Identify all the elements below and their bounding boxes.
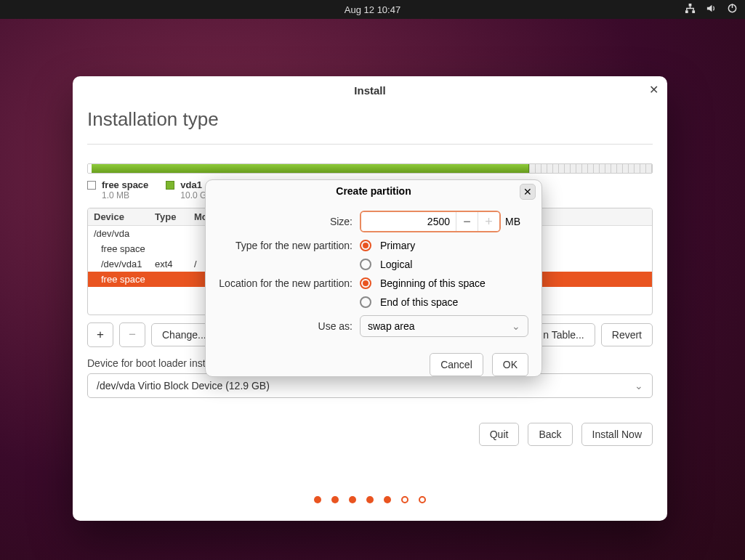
dot-icon xyxy=(314,496,321,503)
col-type: Type xyxy=(155,211,191,222)
size-label: Size: xyxy=(219,216,360,227)
radio-logical-label: Logical xyxy=(380,259,412,270)
dialog-title: Create partition ✕ xyxy=(206,180,541,202)
size-spinner: − + xyxy=(360,211,501,232)
revert-button[interactable]: Revert xyxy=(601,323,653,346)
swatch-icon xyxy=(166,181,174,190)
disk-seg-vda1 xyxy=(92,164,529,173)
legend-free-space: free space 1.0 MB xyxy=(87,179,148,200)
size-unit: MB xyxy=(505,216,520,227)
radio-primary-label: Primary xyxy=(380,240,415,251)
legend-size: 1.0 MB xyxy=(102,190,148,200)
volume-icon[interactable] xyxy=(706,3,717,16)
window-title: Install xyxy=(354,84,385,97)
boot-loader-select[interactable]: /dev/vda Virtio Block Device (12.9 GB) ⌄ xyxy=(87,373,653,398)
power-icon[interactable] xyxy=(727,3,738,16)
remove-partition-button[interactable]: − xyxy=(119,322,145,347)
add-partition-button[interactable]: + xyxy=(87,322,113,347)
chevron-down-icon: ⌄ xyxy=(635,380,643,391)
wizard-buttons: Quit Back Install Now xyxy=(87,423,653,446)
dot-icon xyxy=(384,496,391,503)
window-close-button[interactable]: ✕ xyxy=(649,83,659,97)
disk-seg-free2 xyxy=(529,164,652,173)
radio-end[interactable] xyxy=(360,296,371,308)
partition-type-label: Type for the new partition: xyxy=(219,240,360,251)
legend-name: free space xyxy=(102,179,148,190)
dialog-close-button[interactable]: ✕ xyxy=(520,184,536,200)
legend-name: vda1 xyxy=(180,179,206,190)
radio-logical[interactable] xyxy=(360,259,371,270)
dot-icon xyxy=(331,496,339,503)
network-icon[interactable] xyxy=(685,3,696,16)
svg-rect-4 xyxy=(732,4,733,8)
system-tray xyxy=(685,3,738,16)
radio-beginning[interactable] xyxy=(360,277,371,289)
svg-rect-2 xyxy=(692,10,695,13)
use-as-label: Use as: xyxy=(219,320,360,332)
size-decrement-button[interactable]: − xyxy=(456,212,478,231)
radio-end-label: End of this space xyxy=(380,296,458,308)
boot-loader-value: /dev/vda Virtio Block Device (12.9 GB) xyxy=(97,380,270,391)
dialog-cancel-button[interactable]: Cancel xyxy=(430,353,483,376)
dot-icon xyxy=(366,496,374,503)
use-as-select[interactable]: swap area ⌄ xyxy=(360,315,528,337)
back-button[interactable]: Back xyxy=(528,423,572,446)
use-as-value: swap area xyxy=(368,320,415,332)
partition-location-label: Location for the new partition: xyxy=(219,277,360,289)
radio-primary[interactable] xyxy=(360,240,371,251)
dot-icon xyxy=(401,496,408,503)
radio-beginning-label: Beginning of this space xyxy=(380,277,486,289)
dialog-ok-button[interactable]: OK xyxy=(492,353,528,376)
page-heading: Installation type xyxy=(87,108,653,131)
divider xyxy=(87,144,653,145)
col-device: Device xyxy=(94,211,152,222)
clock[interactable]: Aug 12 10:47 xyxy=(345,4,400,15)
progress-dots xyxy=(73,496,667,503)
quit-button[interactable]: Quit xyxy=(479,423,520,446)
top-panel: Aug 12 10:47 xyxy=(0,0,745,19)
disk-usage-bar[interactable] xyxy=(87,163,653,174)
swatch-icon xyxy=(87,181,96,190)
legend-vda1: vda1 10.0 G xyxy=(166,179,206,200)
svg-rect-0 xyxy=(689,4,692,7)
dot-icon xyxy=(419,496,426,503)
chevron-down-icon: ⌄ xyxy=(512,320,520,332)
size-increment-button[interactable]: + xyxy=(478,212,499,231)
legend-size: 10.0 G xyxy=(180,190,206,200)
install-now-button[interactable]: Install Now xyxy=(581,423,653,446)
svg-rect-1 xyxy=(685,10,688,13)
dot-icon xyxy=(349,496,356,503)
create-partition-dialog: Create partition ✕ Size: − + MB Type for… xyxy=(205,179,542,377)
size-input[interactable] xyxy=(361,212,456,231)
window-titlebar: Install ✕ xyxy=(73,76,667,104)
